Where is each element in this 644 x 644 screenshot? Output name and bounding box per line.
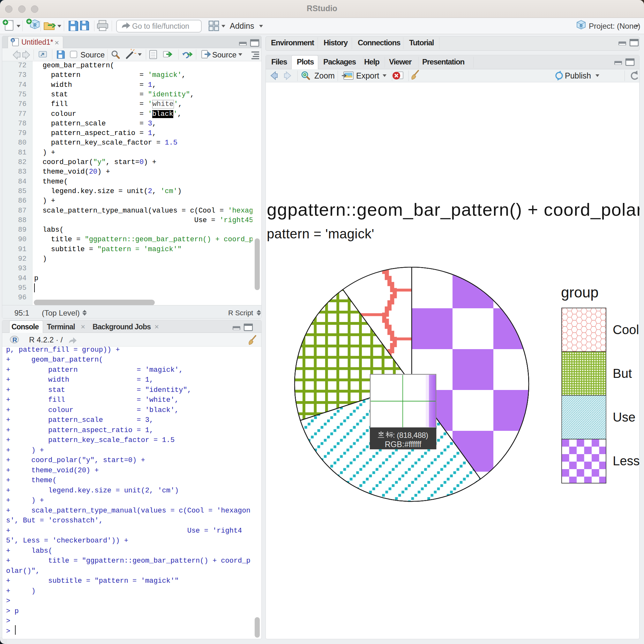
- svg-text:R: R: [12, 336, 17, 343]
- svg-text:Source: Source: [80, 50, 105, 59]
- svg-text:R: R: [12, 39, 14, 42]
- svg-text:: (818,488): : (818,488): [393, 431, 428, 439]
- svg-text:Use: Use: [613, 410, 635, 424]
- svg-text:Project: (None): Project: (None): [589, 22, 640, 30]
- svg-text:Less: Less: [613, 454, 640, 468]
- svg-text:pattern = 'magick': pattern = 'magick': [267, 226, 374, 241]
- svg-text:Go to file/function: Go to file/function: [132, 22, 189, 30]
- svg-text:But: But: [613, 366, 632, 380]
- svg-text:Publish: Publish: [565, 71, 591, 80]
- svg-text:Cool: Cool: [613, 323, 639, 337]
- svg-text:RGB:#ffffff: RGB:#ffffff: [385, 440, 421, 449]
- svg-text:ggpattern::geom_bar_pattern(): ggpattern::geom_bar_pattern() + coord_po…: [267, 199, 640, 220]
- svg-text:Export: Export: [356, 71, 379, 80]
- svg-text:Zoom: Zoom: [314, 71, 335, 80]
- svg-text:R: R: [580, 23, 583, 28]
- svg-text:Source: Source: [212, 50, 236, 59]
- svg-text:R: R: [33, 22, 37, 28]
- svg-text:Addins: Addins: [230, 21, 254, 30]
- svg-text:group: group: [561, 284, 599, 301]
